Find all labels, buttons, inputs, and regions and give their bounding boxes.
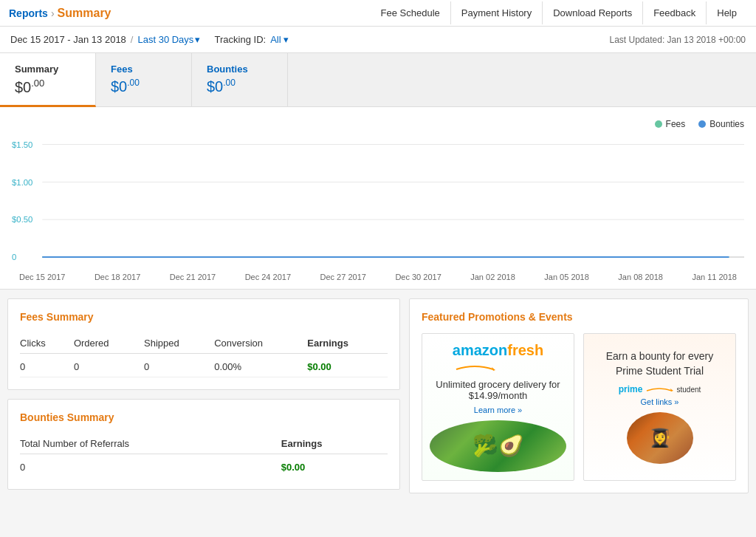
nav-buttons: Fee Schedule Payment History Download Re… — [371, 1, 747, 24]
fees-shipped: 0 — [144, 353, 214, 377]
tracking-chevron-icon: ▾ — [284, 34, 289, 45]
svg-marker-10 — [670, 389, 673, 391]
chart-svg: $1.50 $1.00 $0.50 0 — [12, 137, 744, 270]
chart-x-labels: Dec 15 2017 Dec 18 2017 Dec 21 2017 Dec … — [12, 273, 744, 281]
reports-link[interactable]: Reports — [9, 7, 48, 19]
chart-section: Fees Bounties $1.50 $1.00 $0.50 0 — [0, 107, 756, 290]
top-nav: Reports › Summary Fee Schedule Payment H… — [0, 0, 756, 27]
help-btn[interactable]: Help — [706, 1, 747, 24]
fees-data-row: 0 0 0 0.00% $0.00 — [20, 353, 388, 377]
fees-card-title: Fees — [111, 64, 176, 75]
tracking-id-label: Tracking ID: — [215, 34, 267, 45]
col-conversion: Conversion — [214, 333, 307, 354]
summary-card-value: $0.00 — [15, 78, 80, 96]
summary-cents: .00 — [31, 78, 44, 89]
feedback-btn[interactable]: Feedback — [642, 1, 706, 24]
fees-earnings: $0.00 — [307, 353, 388, 377]
amazon-fresh-promo[interactable]: amazonfresh Unlimited grocery delivery f… — [422, 333, 574, 481]
summary-card-bounties[interactable]: Bounties $0.00 — [192, 53, 288, 106]
col-ordered: Ordered — [74, 333, 144, 354]
x-label-0: Dec 15 2017 — [19, 273, 65, 281]
svg-text:$1.50: $1.50 — [12, 140, 32, 148]
chart-legend: Fees Bounties — [12, 119, 744, 129]
summary-card-fees[interactable]: Fees $0.00 — [96, 53, 192, 106]
col-referrals: Total Number of Referrals — [20, 434, 281, 454]
fees-clicks: 0 — [20, 353, 74, 377]
fees-summary-table: Clicks Ordered Shipped Conversion Earnin… — [20, 333, 388, 377]
bounties-summary-panel: Bounties Summary Total Number of Referra… — [7, 399, 400, 490]
col-bounties-earnings: Earnings — [281, 434, 388, 454]
payment-history-btn[interactable]: Payment History — [450, 1, 542, 24]
fees-summary-title: Fees Summary — [20, 311, 388, 323]
x-label-2: Dec 21 2017 — [170, 273, 216, 281]
fees-card-value: $0.00 — [111, 78, 176, 95]
tracking-id-value: All — [270, 34, 281, 45]
svg-text:0: 0 — [12, 253, 16, 261]
fees-dollar: $0 — [111, 78, 127, 95]
amazon-fresh-image: 🥦🥑 — [430, 420, 566, 472]
summary-dollar: $0 — [15, 79, 31, 95]
date-filter-area: Dec 15 2017 - Jan 13 2018 / Last 30 Days… — [10, 34, 289, 45]
fees-cents: .00 — [127, 78, 140, 88]
bounties-legend-item: Bounties — [698, 119, 744, 129]
date-bar: Dec 15 2017 - Jan 13 2018 / Last 30 Days… — [0, 27, 756, 53]
amazon-fresh-tagline: Unlimited grocery delivery for $14.99/mo… — [430, 379, 566, 401]
breadcrumb-chevron: › — [51, 7, 55, 19]
bounties-data-row: 0 $0.00 — [20, 454, 388, 477]
last-30-days-selector[interactable]: Last 30 Days ▾ — [137, 34, 200, 45]
chart-area: $1.50 $1.00 $0.50 0 — [12, 137, 744, 270]
bounties-earnings: $0.00 — [281, 454, 388, 477]
x-label-8: Jan 08 2018 — [618, 273, 663, 281]
col-clicks: Clicks — [20, 333, 74, 354]
bounties-card-title: Bounties — [207, 64, 272, 75]
date-range: Dec 15 2017 - Jan 13 2018 — [10, 34, 126, 45]
bounties-card-value: $0.00 — [207, 78, 272, 95]
bounties-legend-dot — [698, 120, 706, 128]
summary-card-summary[interactable]: Summary $0.00 — [0, 53, 96, 107]
x-label-7: Jan 05 2018 — [544, 273, 589, 281]
prime-student-image: 👩‍🎓 — [627, 412, 693, 464]
main-content: Fees Summary Clicks Ordered Shipped Conv… — [0, 298, 756, 501]
prime-student-link[interactable]: Get links » — [641, 397, 679, 406]
amazon-fresh-logo: amazonfresh — [453, 342, 543, 374]
col-earnings: Earnings — [307, 333, 388, 354]
prime-student-logo: prime student — [619, 384, 701, 394]
bounties-legend-label: Bounties — [709, 119, 744, 129]
bounties-cents: .00 — [223, 78, 236, 88]
svg-text:$1.00: $1.00 — [12, 177, 32, 186]
left-panels: Fees Summary Clicks Ordered Shipped Conv… — [7, 298, 400, 493]
summary-card-title: Summary — [15, 64, 80, 75]
featured-promotions-title: Featured Promotions & Events — [422, 311, 736, 323]
date-separator: / — [131, 34, 134, 45]
x-label-3: Dec 24 2017 — [245, 273, 291, 281]
amazon-fresh-link[interactable]: Learn more » — [474, 406, 522, 414]
tracking-id-selector[interactable]: All ▾ — [270, 34, 289, 45]
x-label-9: Jan 11 2018 — [692, 273, 737, 281]
x-label-4: Dec 27 2017 — [320, 273, 366, 281]
svg-text:$0.50: $0.50 — [12, 215, 32, 224]
fees-legend-label: Fees — [666, 119, 686, 129]
fees-conversion: 0.00% — [214, 353, 307, 377]
fees-summary-panel: Fees Summary Clicks Ordered Shipped Conv… — [7, 298, 400, 390]
last-updated-text: Last Updated: Jan 13 2018 +00:00 — [610, 35, 746, 45]
fees-legend-item: Fees — [655, 119, 686, 129]
download-reports-btn[interactable]: Download Reports — [542, 1, 642, 24]
prime-student-promo[interactable]: Earn a bounty for every Prime Student Tr… — [583, 333, 736, 481]
bounties-referrals: 0 — [20, 454, 281, 477]
prime-student-headline: Earn a bounty for every Prime Student Tr… — [591, 349, 728, 378]
last-30-label: Last 30 Days — [137, 34, 193, 45]
featured-promotions-panel: Featured Promotions & Events amazonfresh… — [409, 298, 749, 493]
x-label-1: Dec 18 2017 — [94, 273, 140, 281]
fee-schedule-btn[interactable]: Fee Schedule — [371, 1, 450, 24]
breadcrumb: Reports › Summary — [9, 7, 111, 20]
fees-ordered: 0 — [74, 353, 144, 377]
col-shipped: Shipped — [144, 333, 214, 354]
bounties-summary-table: Total Number of Referrals Earnings 0 $0.… — [20, 434, 388, 477]
bounties-summary-title: Bounties Summary — [20, 411, 388, 423]
fees-legend-dot — [655, 120, 662, 128]
last-30-chevron-icon: ▾ — [195, 34, 200, 45]
bounties-dollar: $0 — [207, 78, 223, 95]
x-label-6: Jan 02 2018 — [470, 273, 515, 281]
x-label-5: Dec 30 2017 — [395, 273, 441, 281]
summary-title: Summary — [58, 7, 111, 20]
